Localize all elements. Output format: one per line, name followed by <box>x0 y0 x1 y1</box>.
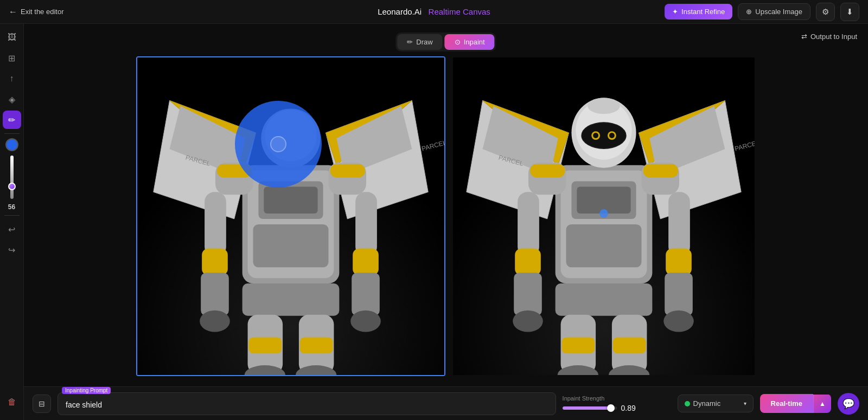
inpaint-strength-value: 0.89 <box>621 404 636 412</box>
inpaint-label: Inpaint <box>464 38 485 46</box>
sidebar-brush-button[interactable]: ✏ <box>3 111 21 129</box>
prompt-wrapper: Inpainting Prompt <box>58 392 556 415</box>
svg-point-52 <box>582 123 625 148</box>
svg-rect-20 <box>202 249 228 276</box>
eraser-icon: ◈ <box>9 94 15 105</box>
svg-rect-30 <box>249 337 282 353</box>
upscale-label: Upscale Image <box>755 8 802 16</box>
download-button[interactable]: ⬇ <box>840 3 859 21</box>
chat-bubble-button[interactable]: 💬 <box>838 393 859 415</box>
sliders-button[interactable]: ⊟ <box>33 395 51 413</box>
exit-label: Exit the editor <box>21 8 64 16</box>
svg-rect-75 <box>613 337 646 353</box>
svg-rect-67 <box>665 273 693 315</box>
svg-point-55 <box>593 133 598 138</box>
inpaint-strength-label: Inpaint Strength <box>563 395 671 402</box>
input-robot-image: PARCEL PARCEL <box>137 57 444 375</box>
sidebar-upload-button[interactable]: ↑ <box>3 69 21 88</box>
slider-thumb <box>607 404 615 412</box>
output-canvas-panel: PARCEL PARCEL <box>452 56 756 376</box>
svg-rect-48 <box>566 224 642 267</box>
bottom-bar: ⊟ Inpainting Prompt Inpaint Strength 0.8… <box>24 386 868 420</box>
draw-mode-button[interactable]: ✏ Draw <box>397 34 442 50</box>
main-layout: 🖼 ⊞ ↑ ◈ ✏ 56 ↩ ↪ 🗑 <box>0 24 868 420</box>
chevron-up-icon: ▲ <box>819 400 826 408</box>
brand-name: Leonardo.Ai <box>378 7 422 16</box>
arrow-left-icon: ← <box>9 7 17 17</box>
mode-toggle: ✏ Draw ⊙ Inpaint <box>395 33 496 51</box>
input-canvas-background: PARCEL PARCEL <box>137 57 444 375</box>
draw-icon: ✏ <box>407 38 413 46</box>
svg-rect-12 <box>253 224 328 267</box>
realtime-button-group: Real-time ▲ <box>760 394 831 413</box>
realtime-arrow-button[interactable]: ▲ <box>813 395 831 413</box>
realtime-label: Realtime <box>429 7 461 16</box>
svg-rect-27 <box>242 283 340 316</box>
prompt-input[interactable] <box>58 392 556 415</box>
svg-rect-24 <box>352 273 380 315</box>
chat-icon: 💬 <box>843 398 854 410</box>
svg-point-14 <box>265 109 316 161</box>
dynamic-status-dot <box>685 401 690 406</box>
input-canvas-panel[interactable]: PARCEL PARCEL <box>136 56 445 376</box>
brush-size-value: 56 <box>8 203 15 211</box>
color-picker-swatch[interactable] <box>5 138 18 151</box>
realtime-main-button[interactable]: Real-time <box>760 394 814 413</box>
left-sidebar: 🖼 ⊞ ↑ ◈ ✏ 56 ↩ ↪ 🗑 <box>0 24 24 420</box>
dynamic-model-select[interactable]: Dynamic ▾ <box>678 395 754 412</box>
svg-point-57 <box>588 98 620 114</box>
inpaint-mode-button[interactable]: ⊙ Inpaint <box>445 34 495 50</box>
realtime-label: Real-time <box>771 399 803 408</box>
upload-icon: ↑ <box>10 74 14 83</box>
image-icon: 🖼 <box>8 33 16 42</box>
inpaint-icon: ⊙ <box>455 38 461 46</box>
sidebar-divider-2 <box>4 215 20 216</box>
svg-rect-21 <box>201 273 229 315</box>
gear-icon: ⚙ <box>822 7 829 16</box>
svg-rect-74 <box>562 337 595 353</box>
svg-rect-65 <box>668 192 690 256</box>
clear-canvas-button[interactable]: 🗑 <box>3 393 21 411</box>
settings-button[interactable]: ⚙ <box>816 3 835 21</box>
svg-rect-64 <box>514 273 542 315</box>
undo-icon: ↩ <box>8 224 15 235</box>
svg-rect-22 <box>355 192 377 256</box>
upscale-image-button[interactable]: ⊕ Upscale Image <box>738 3 810 20</box>
images-container: PARCEL PARCEL <box>24 24 868 386</box>
svg-rect-71 <box>556 283 653 316</box>
inpainting-prompt-label: Inpainting Prompt <box>62 387 111 394</box>
svg-rect-66 <box>666 249 692 276</box>
inpaint-strength-slider[interactable] <box>563 406 617 410</box>
undo-button[interactable]: ↩ <box>3 220 21 238</box>
top-right-actions: ✦ Instant Refine ⊕ Upscale Image ⚙ ⬇ <box>665 3 859 21</box>
trash-icon: 🗑 <box>8 397 16 407</box>
sidebar-image-button[interactable]: 🖼 <box>3 28 21 47</box>
download-icon: ⬇ <box>846 7 853 16</box>
output-canvas-background: PARCEL PARCEL <box>453 57 755 375</box>
app-title: Leonardo.Ai Realtime Canvas <box>378 7 490 16</box>
inpaint-strength-section: Inpaint Strength 0.89 <box>563 395 671 412</box>
instant-refine-button[interactable]: ✦ Instant Refine <box>665 4 732 20</box>
svg-rect-23 <box>353 249 379 276</box>
canvas-area: ✏ Draw ⊙ Inpaint ⇄ Output to Input <box>24 24 868 420</box>
svg-rect-63 <box>515 249 541 276</box>
redo-button[interactable]: ↪ <box>3 241 21 259</box>
svg-rect-61 <box>643 164 678 178</box>
output-to-input-label: Output to Input <box>810 33 857 41</box>
brush-size-slider[interactable] <box>10 156 14 199</box>
sidebar-grid-button[interactable]: ⊞ <box>3 49 21 67</box>
upscale-icon: ⊕ <box>746 8 752 16</box>
chevron-down-icon: ▾ <box>744 400 746 406</box>
instant-refine-label: Instant Refine <box>681 8 725 16</box>
top-bar: ← Exit the editor Leonardo.Ai Realtime C… <box>0 0 868 24</box>
svg-rect-31 <box>300 337 333 353</box>
svg-point-68 <box>513 311 543 332</box>
output-to-input-button[interactable]: ⇄ Output to Input <box>801 33 857 41</box>
svg-point-70 <box>599 209 608 218</box>
svg-rect-11 <box>264 186 317 214</box>
svg-point-26 <box>350 311 381 332</box>
exit-editor-button[interactable]: ← Exit the editor <box>9 7 64 17</box>
output-robot-image: PARCEL PARCEL <box>453 57 755 375</box>
sliders-icon: ⊟ <box>39 399 45 408</box>
sidebar-eraser-button[interactable]: ◈ <box>3 90 21 108</box>
